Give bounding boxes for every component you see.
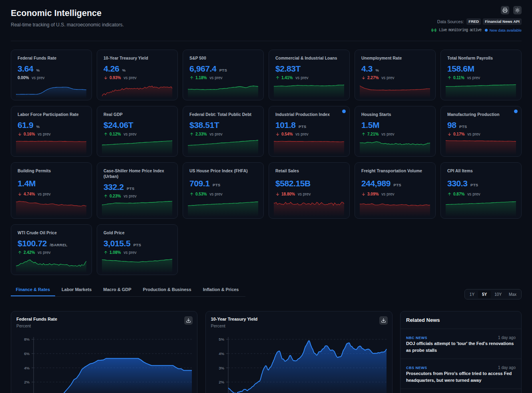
svg-text:3%: 3%	[219, 366, 224, 370]
svg-text:5%: 5%	[219, 337, 224, 341]
svg-text:6%: 6%	[24, 351, 30, 356]
svg-text:4%: 4%	[219, 351, 224, 356]
svg-text:2%: 2%	[219, 380, 224, 384]
svg-text:4%: 4%	[24, 366, 30, 370]
svg-text:8%: 8%	[24, 337, 30, 341]
svg-text:2%: 2%	[24, 380, 30, 384]
